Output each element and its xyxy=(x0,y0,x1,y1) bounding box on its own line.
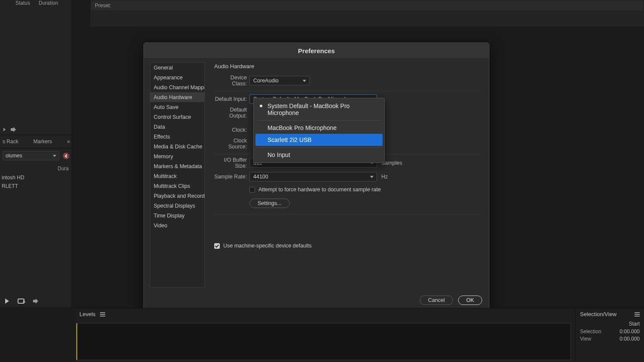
ok-button[interactable]: OK xyxy=(458,296,482,305)
drive-item[interactable]: intosh HD xyxy=(0,173,72,182)
category-item[interactable]: Time Display xyxy=(150,211,204,220)
menu-item[interactable]: No Input xyxy=(255,149,383,161)
category-item[interactable]: Media & Disk Cache xyxy=(150,142,204,151)
category-item[interactable]: Appearance xyxy=(150,72,204,82)
label-sample-rate: Sample Rate: xyxy=(214,174,249,180)
menu-item[interactable]: System Default - MacBook Pro Microphone xyxy=(255,100,383,119)
menu-item[interactable]: Scarlett 2i2 USB xyxy=(255,134,383,146)
meter-needle xyxy=(76,323,77,360)
volume-icon[interactable]: 🔇 xyxy=(63,153,70,159)
top-body xyxy=(90,11,644,27)
col-status: Status xyxy=(15,0,30,6)
transport-loop-icon[interactable] xyxy=(18,299,24,304)
category-item[interactable]: Auto Save xyxy=(150,102,204,112)
category-item[interactable]: Video xyxy=(150,220,204,230)
label-default-output: Default Output: xyxy=(214,107,249,119)
checkbox-icon xyxy=(249,187,255,193)
category-item[interactable]: Data xyxy=(150,122,204,132)
label-clock-source: Clock Source: xyxy=(214,138,249,150)
selview-title: Selection/View xyxy=(580,311,617,317)
machine-defaults-checkbox[interactable]: Use machine-specific device defaults xyxy=(214,243,312,249)
level-meter xyxy=(76,323,571,360)
label-default-input: Default Input: xyxy=(214,96,249,102)
category-item[interactable]: Spectral Displays xyxy=(150,201,204,211)
menu-separator xyxy=(257,120,381,121)
cancel-button[interactable]: Cancel xyxy=(420,296,453,305)
category-item[interactable]: General xyxy=(150,63,204,72)
category-item[interactable]: Audio Channel Mapping xyxy=(150,82,204,92)
category-item[interactable]: Multitrack Clips xyxy=(150,181,204,191)
separator xyxy=(214,91,481,91)
selview-start-header: Start xyxy=(580,321,640,327)
levels-panel: Levels xyxy=(75,308,644,362)
transport-speaker-icon[interactable] xyxy=(33,299,39,304)
category-item[interactable]: Audio Hardware xyxy=(150,92,204,102)
category-item[interactable]: Multitrack xyxy=(150,171,204,181)
levels-title: Levels xyxy=(79,311,96,317)
panel-menu-icon[interactable] xyxy=(635,312,640,317)
label-device-class: Device Class: xyxy=(214,75,249,87)
selection-view-panel: Selection/View Start Selection0:00.000Vi… xyxy=(575,308,644,362)
menu-item[interactable]: MacBook Pro Microphone xyxy=(255,122,383,134)
section-title: Audio Hardware xyxy=(214,63,481,72)
force-rate-checkbox[interactable]: Attempt to force hardware to document sa… xyxy=(249,187,381,193)
settings-button[interactable]: Settings... xyxy=(249,199,290,208)
volumes-dropdown[interactable]: olumes xyxy=(3,151,59,160)
list-header-dura: Dura xyxy=(0,163,72,173)
selview-row: Selection0:00.000 xyxy=(580,329,640,335)
settings-pane: Audio Hardware Device Class: CoreAudio D… xyxy=(205,59,489,291)
checkbox-checked-icon xyxy=(214,243,220,249)
dialog-title: Preferences xyxy=(144,43,489,59)
label-clock: Clock: xyxy=(214,127,249,133)
device-class-dropdown[interactable]: CoreAudio xyxy=(249,76,310,85)
play-icon[interactable] xyxy=(3,128,6,131)
preset-bar: Preset: xyxy=(90,0,644,11)
category-item[interactable]: Markers & Metadata xyxy=(150,161,204,171)
sample-rate-dropdown[interactable]: 44100 xyxy=(249,172,377,181)
preferences-dialog: Preferences GeneralAppearanceAudio Chann… xyxy=(143,42,489,311)
speaker-icon[interactable] xyxy=(11,127,17,132)
default-input-menu: System Default - MacBook Pro MicrophoneM… xyxy=(253,98,385,163)
more-tabs-icon[interactable]: » xyxy=(67,139,69,145)
preset-label: Preset: xyxy=(95,3,111,9)
left-panel: Status Duration s Rack Markers » olumes … xyxy=(0,0,72,307)
transport-play-icon[interactable] xyxy=(5,299,9,304)
label-io-buffer: I/O Buffer Size: xyxy=(214,157,249,169)
tab-markers[interactable]: Markers xyxy=(33,139,52,145)
separator xyxy=(214,214,481,215)
menu-separator xyxy=(257,147,381,148)
tab-rack[interactable]: s Rack xyxy=(3,139,18,145)
category-item[interactable]: Playback and Recording xyxy=(150,191,204,201)
col-duration: Duration xyxy=(39,0,58,6)
selview-row: View0:00.000 xyxy=(580,336,640,342)
category-list: GeneralAppearanceAudio Channel MappingAu… xyxy=(150,62,205,288)
category-item[interactable]: Memory xyxy=(150,151,204,161)
unit-hz: Hz xyxy=(381,174,388,180)
drive-item[interactable]: RLETT xyxy=(0,182,72,190)
panel-menu-icon[interactable] xyxy=(100,312,105,317)
category-item[interactable]: Control Surface xyxy=(150,112,204,122)
category-item[interactable]: Effects xyxy=(150,132,204,142)
